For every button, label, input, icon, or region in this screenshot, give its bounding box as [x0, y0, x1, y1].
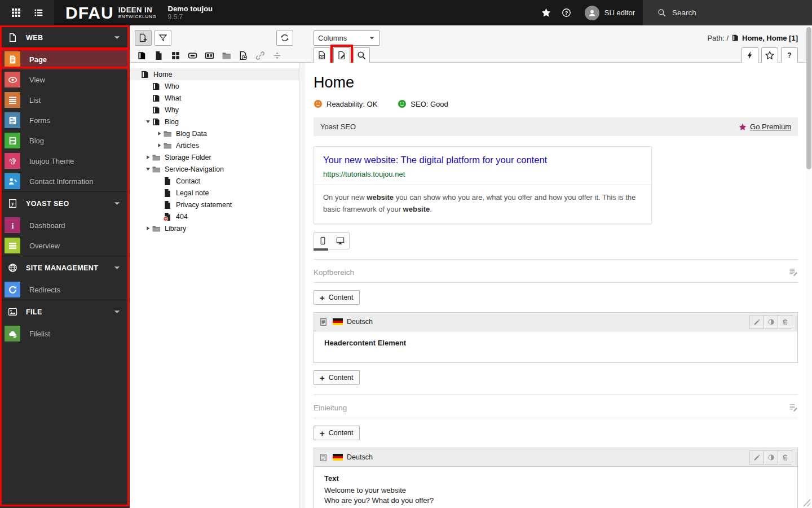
module-section-header[interactable]: FILE — [0, 300, 130, 323]
module-section-header[interactable]: SITE MANAGEMENT — [0, 256, 130, 279]
content-element-header[interactable]: Deutsch — [314, 448, 797, 467]
grid-menu-icon — [11, 8, 21, 17]
expander-icon[interactable] — [156, 190, 163, 196]
help-page-button[interactable]: ? — [781, 47, 798, 63]
element-control-button[interactable] — [778, 450, 792, 465]
page-tree-item[interactable]: Contact — [130, 175, 299, 187]
new-page-icon — [139, 33, 148, 42]
drag-handle-icon[interactable] — [319, 453, 328, 462]
columns-select[interactable]: Columns — [314, 30, 380, 46]
caret-right-icon[interactable] — [156, 142, 163, 149]
bookmarks-button[interactable] — [536, 0, 557, 25]
content-edit-icon[interactable] — [788, 403, 798, 413]
page-tree-item[interactable]: Storage Folder — [130, 151, 299, 163]
add-content-button[interactable]: + Content — [314, 426, 360, 440]
module-item[interactable]: toujou Theme — [0, 151, 130, 171]
page-icon[interactable] — [154, 51, 164, 60]
element-control-button[interactable] — [749, 315, 764, 329]
page-tree-item[interactable]: Legal note — [130, 187, 299, 199]
expander-icon[interactable] — [133, 71, 140, 78]
global-search[interactable]: Search — [643, 0, 812, 25]
module-item[interactable]: i Dashboard — [0, 215, 130, 235]
help-button[interactable]: ? — [557, 0, 577, 25]
page-tree-item[interactable]: Why — [130, 104, 299, 116]
clear-cache-button[interactable] — [742, 47, 758, 63]
menu-toggle-button[interactable] — [27, 0, 50, 25]
scrollbar-thumb[interactable] — [806, 27, 811, 169]
caret-right-icon[interactable] — [156, 130, 163, 137]
link-icon[interactable] — [255, 51, 265, 60]
section-icon[interactable] — [205, 51, 214, 60]
module-section-label: WEB — [26, 34, 43, 42]
content-element-header[interactable]: Deutsch — [314, 313, 797, 331]
module-section-header[interactable]: WEB — [0, 26, 130, 49]
module-item[interactable]: View — [0, 69, 130, 90]
device-toggle-button[interactable] — [332, 233, 349, 249]
module-section-header[interactable]: y YOAST SEO — [0, 192, 130, 215]
content-element-body[interactable]: Text Welcome to your websiteWho are you?… — [314, 467, 797, 508]
page-tree-item[interactable]: Library — [130, 222, 299, 234]
view-webpage-button[interactable] — [314, 47, 330, 63]
shortcut-icon[interactable] — [239, 51, 248, 60]
refresh-tree-button[interactable] — [276, 30, 293, 46]
snippet-preview[interactable]: Your new website: The digital platform f… — [314, 146, 652, 224]
expander-icon[interactable] — [144, 107, 152, 113]
page-tree-item[interactable]: Who — [130, 80, 299, 92]
expander-icon[interactable] — [144, 83, 152, 90]
module-item[interactable]: List — [0, 90, 130, 110]
element-control-button[interactable] — [764, 315, 778, 329]
edit-page-properties-button[interactable] — [333, 47, 350, 63]
module-item[interactable]: Page — [0, 49, 130, 69]
caret-right-icon[interactable] — [144, 154, 152, 161]
page-tree-item[interactable]: Articles — [130, 139, 299, 151]
page-tree-item[interactable]: Service-Navigation — [130, 163, 299, 175]
module-item[interactable]: Redirects — [0, 279, 130, 300]
page-tree-item[interactable]: Privacy statement — [130, 199, 299, 211]
expander-icon[interactable] — [156, 178, 163, 185]
content-element-body[interactable]: Headercontent Element — [314, 331, 797, 362]
menu-toggle-button[interactable] — [5, 0, 27, 25]
scrollbar — [806, 26, 812, 508]
page-icon — [163, 177, 172, 186]
page-tree-item[interactable]: Blog Data — [130, 128, 299, 139]
user-menu[interactable]: SU editor — [577, 0, 643, 25]
page-tree-item[interactable]: What — [130, 92, 299, 104]
new-page-button[interactable] — [135, 30, 152, 46]
module-item[interactable]: Blog — [0, 130, 130, 151]
grid2-icon[interactable] — [171, 51, 180, 60]
expander-icon[interactable] — [156, 202, 163, 208]
caret-down-icon[interactable] — [144, 119, 152, 125]
mount-icon[interactable] — [188, 51, 197, 60]
drag-handle-icon[interactable] — [319, 318, 328, 326]
module-item[interactable]: Overview — [0, 235, 130, 256]
filter-button[interactable] — [155, 30, 171, 46]
module-item[interactable]: Contact Information — [0, 171, 130, 191]
divider-drag-icon[interactable] — [272, 51, 282, 60]
element-control-button[interactable] — [764, 450, 778, 465]
element-control-button[interactable] — [749, 450, 764, 465]
content-edit-icon[interactable] — [788, 268, 798, 277]
page-tree-item[interactable]: 404 — [130, 211, 299, 222]
device-toggle-button[interactable] — [314, 233, 332, 249]
search-icon — [357, 51, 366, 60]
door-icon[interactable] — [137, 51, 147, 60]
chevron-dark-icon — [368, 34, 376, 42]
caret-right-icon[interactable] — [144, 225, 152, 232]
folder-icon[interactable] — [222, 51, 231, 60]
module-item[interactable]: Forms — [0, 110, 130, 130]
expander-icon[interactable] — [156, 213, 163, 220]
bookmark-page-button[interactable] — [761, 47, 778, 63]
caret-down-icon[interactable] — [144, 166, 152, 173]
add-content-button[interactable]: + Content — [314, 370, 360, 385]
section-divider — [314, 259, 798, 260]
search-page-button[interactable] — [353, 47, 370, 63]
module-item[interactable]: Filelist — [0, 323, 130, 344]
add-content-button[interactable]: + Content — [314, 290, 360, 305]
go-premium-link[interactable]: Go Premium — [739, 122, 791, 131]
panel-splitter[interactable] — [299, 63, 305, 508]
expander-icon[interactable] — [144, 95, 152, 102]
page-tree-item[interactable]: Home — [130, 68, 299, 80]
element-control-button[interactable] — [778, 315, 792, 329]
page-tree-label: 404 — [176, 213, 188, 221]
page-tree-item[interactable]: Blog — [130, 116, 299, 128]
